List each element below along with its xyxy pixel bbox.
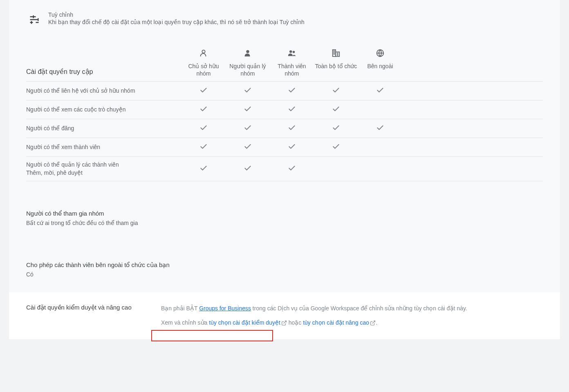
row-label: Người có thể xem thành viên [26, 143, 181, 151]
check-icon [376, 127, 384, 133]
row-label: Người có thể liên hệ với chủ sở hữu nhóm [26, 87, 181, 95]
check-icon [244, 145, 252, 152]
check-icon [332, 89, 340, 96]
check-icon [288, 89, 296, 96]
footer-title: Cài đặt quyền kiểm duyệt và nâng cao [17, 304, 161, 327]
svg-line-16 [372, 321, 375, 323]
check-icon [288, 127, 296, 133]
matrix-cell[interactable] [314, 86, 358, 96]
globe-icon [358, 47, 402, 59]
matrix-cell[interactable] [270, 105, 314, 114]
person-outline-icon [181, 47, 226, 59]
svg-line-15 [284, 321, 286, 323]
matrix-cell[interactable] [181, 124, 226, 133]
matrix-cell[interactable] [181, 164, 226, 174]
matrix-cell[interactable] [270, 124, 314, 133]
role-label: Thành viên nhóm [270, 63, 314, 77]
row-label: Người có thể đăng [26, 125, 181, 133]
join-value: Bất cứ ai trong tổ chức đều có thể tham … [26, 220, 543, 226]
matrix-cell[interactable] [181, 86, 226, 96]
footer-line2-mid: hoặc [287, 319, 303, 326]
role-column: Người quản lý nhóm [226, 47, 270, 77]
matrix-cell[interactable] [181, 105, 226, 114]
check-icon [332, 127, 340, 133]
svg-point-3 [293, 51, 295, 53]
role-label: Bên ngoài [358, 63, 402, 70]
footer-line1-post: trong các Dịch vụ của Google Workspace đ… [251, 305, 467, 312]
matrix-cell[interactable] [270, 86, 314, 96]
open-in-new-icon [370, 320, 376, 326]
moderation-footer: Cài đặt quyền kiểm duyệt và nâng cao Bạn… [9, 292, 560, 339]
custom-subtitle: Khi bạn thay đổi chế độ cài đặt của một … [48, 19, 305, 25]
groups-for-business-link[interactable]: Groups for Business [199, 305, 251, 312]
matrix-cell[interactable] [314, 143, 358, 152]
open-in-new-icon [281, 320, 287, 326]
matrix-cell[interactable] [314, 124, 358, 133]
check-icon [332, 108, 340, 114]
check-icon [199, 167, 208, 174]
check-icon [199, 89, 208, 96]
matrix-cell[interactable] [314, 105, 358, 114]
svg-point-0 [202, 50, 205, 53]
tune-icon [26, 11, 43, 28]
check-icon [244, 89, 252, 96]
check-icon [199, 108, 208, 114]
check-icon [332, 145, 340, 152]
external-value: Có [26, 271, 543, 278]
role-label: Toàn bộ tổ chức [314, 63, 358, 70]
matrix-cell[interactable] [358, 124, 402, 133]
svg-point-2 [289, 50, 292, 53]
advanced-settings-link[interactable]: tùy chọn cài đặt nâng cao [303, 319, 369, 326]
matrix-row: Người có thể xem thành viên [26, 138, 543, 156]
access-matrix: Cài đặt quyền truy cập Chủ sở hữu nhómNg… [26, 47, 543, 181]
footer-line2-pre: Xem và chỉnh sửa [161, 319, 209, 326]
check-icon [199, 145, 208, 152]
check-icon [244, 127, 252, 133]
custom-title: Tuỳ chỉnh [48, 11, 305, 18]
matrix-cell[interactable] [358, 86, 402, 96]
matrix-header: Cài đặt quyền truy cập Chủ sở hữu nhómNg… [26, 47, 543, 81]
footer-text: Bạn phải BẬT Groups for Business trong c… [161, 304, 467, 327]
external-section: Cho phép các thành viên bên ngoài tổ chứ… [26, 261, 543, 278]
row-label: Người có thể quản lý các thành viênThêm,… [26, 161, 181, 177]
role-column: Thành viên nhóm [270, 47, 314, 77]
matrix-cell[interactable] [270, 164, 314, 174]
people-icon [270, 47, 314, 59]
matrix-row: Người có thể quản lý các thành viênThêm,… [26, 156, 543, 181]
matrix-row: Người có thể liên hệ với chủ sở hữu nhóm [26, 81, 543, 100]
role-label: Chủ sở hữu nhóm [181, 63, 226, 77]
matrix-cell[interactable] [270, 143, 314, 152]
access-settings-section: Tuỳ chỉnh Khi bạn thay đổi chế độ cài đặ… [9, 0, 560, 292]
settings-card: Tuỳ chỉnh Khi bạn thay đổi chế độ cài đặ… [9, 0, 560, 339]
check-icon [244, 167, 252, 174]
check-icon [288, 167, 296, 174]
check-icon [288, 108, 296, 114]
check-icon [376, 89, 384, 96]
footer-line1-pre: Bạn phải BẬT [161, 305, 199, 312]
domain-icon [314, 47, 358, 59]
check-icon [199, 127, 208, 133]
role-column: Bên ngoài [358, 47, 402, 77]
check-icon [288, 145, 296, 152]
join-title: Người có thể tham gia nhóm [26, 210, 543, 217]
person-icon [226, 47, 270, 59]
external-title: Cho phép các thành viên bên ngoài tổ chứ… [26, 261, 543, 269]
matrix-cell[interactable] [226, 86, 270, 96]
matrix-cell[interactable] [226, 105, 270, 114]
matrix-cell[interactable] [226, 164, 270, 174]
join-section: Người có thể tham gia nhóm Bất cứ ai tro… [26, 210, 543, 226]
footer-line2-post: . [376, 319, 377, 326]
matrix-heading: Cài đặt quyền truy cập [26, 68, 181, 77]
matrix-row: Người có thể đăng [26, 119, 543, 138]
matrix-cell[interactable] [226, 143, 270, 152]
role-column: Chủ sở hữu nhóm [181, 47, 226, 77]
moderation-settings-link[interactable]: tùy chọn cài đặt kiểm duyệt [209, 319, 280, 326]
custom-access-row: Tuỳ chỉnh Khi bạn thay đổi chế độ cài đặ… [26, 11, 543, 28]
check-icon [244, 108, 252, 114]
svg-point-1 [246, 50, 249, 53]
matrix-cell[interactable] [181, 143, 226, 152]
role-label: Người quản lý nhóm [226, 63, 270, 77]
matrix-row: Người có thể xem các cuộc trò chuyện [26, 100, 543, 119]
matrix-cell[interactable] [226, 124, 270, 133]
row-label: Người có thể xem các cuộc trò chuyện [26, 106, 181, 114]
